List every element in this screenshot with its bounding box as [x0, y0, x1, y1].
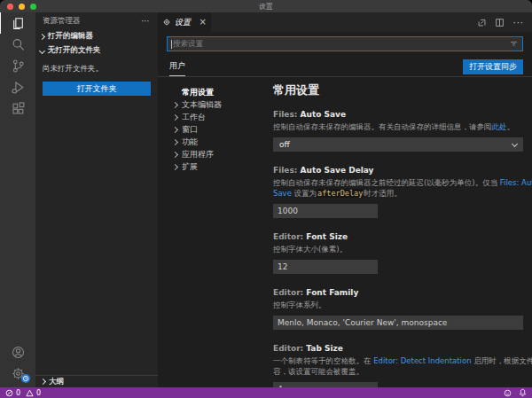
settings-search-placeholder: 搜索设置 [173, 39, 509, 50]
chevron-right-icon [172, 113, 178, 120]
setting-description: 控制字体大小(像素)。 [273, 244, 523, 254]
toc-item[interactable]: 窗口 [158, 123, 266, 136]
setting-title: Editor: Font Size [273, 232, 523, 241]
setting-description-link[interactable]: Editor: Detect Indentation [373, 356, 471, 365]
problems-status-item[interactable]: 0 0 [5, 389, 41, 397]
tab-strip: 设置 × ··· [158, 12, 532, 32]
open-settings-json-icon[interactable] [477, 18, 487, 27]
settings-sync-badge-icon [21, 374, 30, 383]
accounts-button[interactable] [0, 341, 35, 363]
vscode-window: 设置 [0, 0, 532, 398]
search-icon [11, 37, 26, 52]
run-debug-icon [11, 80, 26, 95]
settings-scope-bar: 用户 打开设置同步 [158, 51, 532, 77]
open-editors-section[interactable]: 打开的编辑器 [35, 29, 158, 43]
outline-section[interactable]: 大纲 [35, 375, 158, 387]
zoom-window-button[interactable] [30, 4, 36, 10]
manage-button[interactable] [0, 363, 35, 384]
chevron-right-icon [172, 101, 178, 107]
traffic-lights [7, 4, 36, 10]
settings-toc: 常用设置文本编辑器工作台窗口功能应用程序扩展 [158, 77, 266, 387]
chevron-right-icon [172, 126, 178, 132]
status-bar: 0 0 [0, 387, 532, 398]
open-folder-button[interactable]: 打开文件夹 [43, 82, 151, 96]
chevron-right-icon [39, 33, 45, 39]
search-tab-button[interactable] [0, 34, 35, 55]
chevron-down-icon [512, 140, 518, 146]
setting-description: 控制自动保存未保存的编辑器。有关自动保存的详细信息，请参阅此处。 [273, 121, 523, 132]
error-icon [5, 389, 13, 397]
setting-title: Files: Auto Save [273, 110, 523, 119]
settings-group-heading: 常用设置 [273, 82, 523, 98]
toc-item[interactable]: 工作台 [158, 111, 266, 123]
setting-row: Editor: Font Size控制字体大小(像素)。 [273, 232, 523, 274]
setting-input[interactable] [273, 316, 523, 330]
setting-dropdown[interactable]: off [273, 137, 523, 152]
warning-count: 0 [36, 389, 41, 397]
toc-item[interactable]: 扩展 [158, 160, 266, 173]
editor-area: 设置 × ··· [158, 12, 532, 387]
feedback-smiley-icon[interactable] [504, 389, 512, 397]
title-bar: 设置 [0, 0, 532, 12]
more-actions-icon[interactable]: ··· [512, 18, 524, 27]
split-editor-icon[interactable] [495, 18, 505, 27]
settings-tab[interactable]: 设置 × [158, 12, 211, 32]
activity-bar [0, 12, 35, 387]
setting-row: Editor: Font Family控制字体系列。 [273, 288, 523, 330]
settings-gear-tab-icon [162, 18, 171, 27]
sidebar-title: 资源管理器 [43, 16, 81, 27]
bell-icon[interactable] [519, 388, 527, 397]
chevron-right-icon [40, 378, 46, 385]
account-icon [11, 345, 26, 360]
setting-title: Files: Auto Save Delay [273, 166, 523, 175]
close-tab-icon[interactable]: × [200, 18, 207, 27]
extensions-tab-button[interactable] [0, 98, 35, 119]
toc-item[interactable]: 应用程序 [158, 148, 266, 160]
setting-description: 控制字体系列。 [273, 300, 523, 310]
user-scope-tab[interactable]: 用户 [169, 60, 185, 76]
turn-on-settings-sync-button[interactable]: 打开设置同步 [463, 59, 523, 74]
files-icon [11, 16, 26, 31]
filter-icon[interactable] [509, 39, 519, 49]
chevron-right-icon [172, 151, 178, 157]
chevron-right-icon [172, 163, 178, 169]
empty-folder-message: 尚未打开文件夹。 [35, 58, 158, 77]
chevron-down-icon [39, 47, 45, 53]
window-title: 设置 [259, 2, 273, 12]
explorer-tab-button[interactable] [0, 12, 35, 34]
settings-list-rows: Files: Auto Save控制自动保存未保存的编辑器。有关自动保存的详细信… [273, 110, 523, 387]
close-window-button[interactable] [7, 4, 13, 10]
setting-description-link[interactable]: 此处 [492, 122, 507, 131]
setting-title: Editor: Tab Size [273, 344, 523, 353]
tab-label: 设置 [175, 17, 191, 28]
setting-description-link[interactable]: Files: Auto [500, 178, 532, 187]
text-cursor [171, 40, 172, 49]
source-control-tab-button[interactable] [0, 55, 35, 76]
run-debug-tab-button[interactable] [0, 76, 35, 98]
error-count: 0 [16, 389, 20, 397]
setting-description-link[interactable]: Save [273, 189, 292, 198]
explorer-sidebar: 资源管理器 ⋯ 打开的编辑器 无打开的文件夹 尚未打开文件夹。 打开文件夹 大纲 [35, 12, 158, 387]
code-span: afterDelay [317, 189, 364, 198]
toc-item[interactable]: 功能 [158, 136, 266, 148]
extensions-icon [11, 101, 26, 116]
setting-input[interactable] [273, 260, 378, 274]
toc-item[interactable]: 文本编辑器 [158, 98, 266, 111]
chevron-right-icon [172, 138, 178, 144]
setting-title: Editor: Font Family [273, 288, 523, 297]
source-control-icon [11, 59, 26, 74]
settings-list: 常用设置 Files: Auto Save控制自动保存未保存的编辑器。有关自动保… [266, 77, 532, 387]
no-folder-section[interactable]: 无打开的文件夹 [35, 43, 158, 58]
setting-row: Files: Auto Save Delay控制自动保存未保存的编辑器之前经过的… [273, 166, 523, 218]
setting-row: Files: Auto Save控制自动保存未保存的编辑器。有关自动保存的详细信… [273, 110, 523, 152]
warning-icon [26, 389, 34, 397]
setting-input[interactable] [273, 382, 378, 387]
setting-description: 一个制表符等于的空格数。在 Editor: Detect Indentation… [273, 355, 523, 377]
more-actions-icon[interactable]: ⋯ [141, 16, 151, 26]
setting-input[interactable] [273, 204, 378, 218]
setting-row: Editor: Tab Size一个制表符等于的空格数。在 Editor: De… [273, 344, 523, 387]
settings-search-box[interactable]: 搜索设置 [167, 36, 523, 51]
toc-item[interactable]: 常用设置 [158, 86, 266, 98]
minimize-window-button[interactable] [19, 4, 25, 10]
setting-description: 控制自动保存未保存的编辑器之前经过的延迟(以毫秒为单位)。仅当 Files: A… [273, 177, 523, 199]
